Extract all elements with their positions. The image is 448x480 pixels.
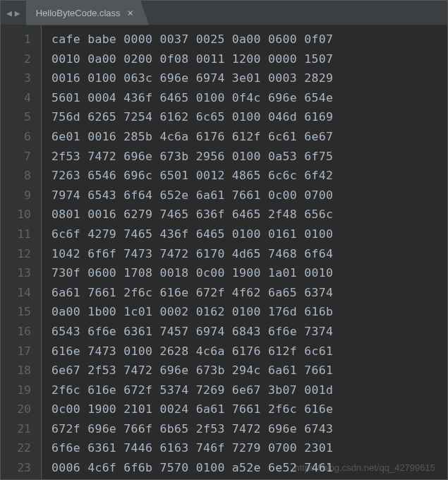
nav-arrows: ◀ ▶ [1, 8, 26, 18]
code-line: 616e 7473 0100 2628 4c6a 6176 612f 6c61 [52, 342, 447, 361]
code-line: 6e01 0016 285b 4c6a 6176 612f 6c61 6e67 [52, 127, 447, 147]
code-line: 7263 6546 696c 6501 0012 4865 6c6c 6f42 [52, 166, 447, 186]
tab-label: HelloByteCode.class [36, 8, 121, 18]
line-number: 1 [1, 30, 41, 49]
code-content[interactable]: cafe babe 0000 0037 0025 0a00 0600 0f070… [42, 25, 447, 479]
code-line: 6c6f 4279 7465 436f 6465 0100 0161 0100 [52, 224, 447, 244]
line-number: 22 [1, 438, 41, 458]
line-number: 8 [1, 166, 41, 186]
code-line: 672f 696e 766f 6b65 2f53 7472 696e 6743 [52, 419, 447, 439]
line-number: 2 [1, 49, 41, 69]
line-number: 16 [1, 322, 41, 342]
code-line: 1042 6f6f 7473 7472 6170 4d65 7468 6f64 [52, 244, 447, 264]
line-number: 20 [1, 400, 41, 419]
code-line: 2f6c 616e 672f 5374 7269 6e67 3b07 001d [52, 380, 447, 400]
code-line: 730f 0600 1708 0018 0c00 1900 1a01 0010 [52, 263, 447, 283]
line-number: 12 [1, 244, 41, 264]
line-number: 3 [1, 68, 41, 88]
line-number: 21 [1, 419, 41, 439]
code-line: 756d 6265 7254 6162 6c65 0100 046d 6169 [52, 107, 447, 127]
line-number: 23 [1, 458, 41, 478]
code-line: 2f53 7472 696e 673b 2956 0100 0a53 6f75 [52, 147, 447, 167]
code-line: 0006 4c6f 6f6b 7570 0100 a52e 6e52 7461 [52, 458, 447, 478]
line-number: 6 [1, 127, 41, 147]
nav-back-icon[interactable]: ◀ [6, 8, 12, 18]
line-number: 17 [1, 342, 41, 361]
nav-forward-icon[interactable]: ▶ [15, 8, 20, 18]
line-number: 5 [1, 107, 41, 127]
tab-hellobytecode[interactable]: HelloByteCode.class × [26, 1, 149, 25]
line-number: 11 [1, 224, 41, 244]
code-line: 0c00 1900 2101 0024 6a61 7661 2f6c 616e [52, 400, 447, 419]
tab-bar: ◀ ▶ HelloByteCode.class × [1, 1, 447, 25]
line-number: 14 [1, 283, 41, 303]
code-line: 6f6e 6361 7446 6163 746f 7279 0700 2301 [52, 438, 447, 458]
code-line: 6543 6f6e 6361 7457 6974 6843 6f6e 7374 [52, 322, 447, 342]
close-icon[interactable]: × [128, 8, 133, 18]
line-number: 10 [1, 205, 41, 224]
code-line: 0801 0016 6279 7465 636f 6465 2f48 656c [52, 205, 447, 224]
code-line: 5601 0004 436f 6465 0100 0f4c 696e 654e [52, 88, 447, 108]
line-number: 7 [1, 147, 41, 167]
line-number-gutter: 1234567891011121314151617181920212223 [1, 25, 42, 479]
line-number: 15 [1, 302, 41, 322]
line-number: 19 [1, 380, 41, 400]
editor: 1234567891011121314151617181920212223 ca… [1, 25, 447, 479]
line-number: 4 [1, 88, 41, 108]
code-line: 7974 6543 6f64 652e 6a61 7661 0c00 0700 [52, 186, 447, 205]
line-number: 13 [1, 263, 41, 283]
code-line: 0010 0a00 0200 0f08 0011 1200 0000 1507 [52, 49, 447, 69]
line-number: 9 [1, 186, 41, 205]
code-line: 6e67 2f53 7472 696e 673b 294c 6a61 7661 [52, 361, 447, 380]
line-number: 18 [1, 361, 41, 380]
code-line: 0016 0100 063c 696e 6974 3e01 0003 2829 [52, 68, 447, 88]
code-line: cafe babe 0000 0037 0025 0a00 0600 0f07 [52, 30, 447, 49]
code-line: 0a00 1b00 1c01 0002 0162 0100 176d 616b [52, 302, 447, 322]
code-line: 6a61 7661 2f6c 616e 672f 4f62 6a65 6374 [52, 283, 447, 303]
